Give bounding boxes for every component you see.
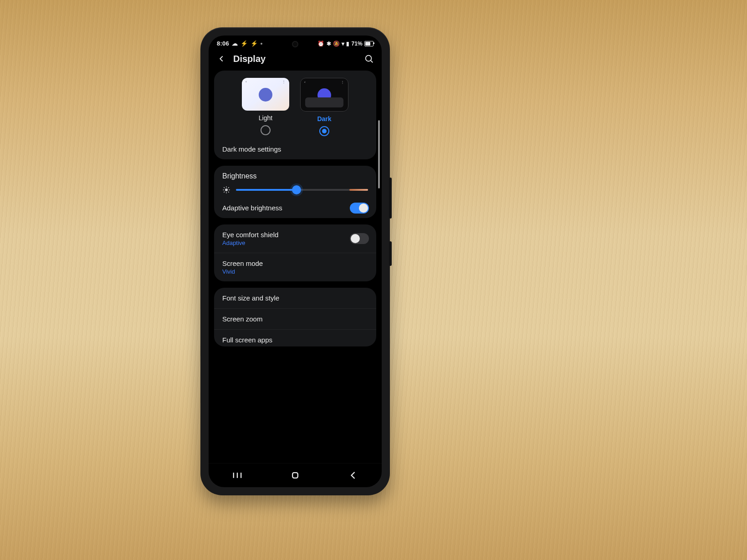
- display-options-card: Eye comfort shield Adaptive Screen mode …: [214, 224, 376, 281]
- wifi-icon: ▾: [342, 41, 344, 46]
- radio-light[interactable]: [261, 125, 271, 135]
- brightness-fill: [236, 189, 297, 191]
- full-screen-apps-label: Full screen apps: [222, 336, 368, 344]
- signal-icon: ▮: [346, 41, 349, 46]
- adaptive-brightness-label: Adaptive brightness: [222, 204, 368, 212]
- back-button[interactable]: [215, 52, 228, 65]
- theme-chooser: ‹⋮ Light ‹⋮ Dark: [214, 71, 376, 139]
- plug-icon-2: ⚡: [251, 40, 258, 47]
- screen-zoom-row[interactable]: Screen zoom: [214, 308, 376, 329]
- theme-option-light[interactable]: ‹⋮ Light: [242, 78, 289, 136]
- svg-point-0: [366, 56, 372, 61]
- dark-mode-settings-row[interactable]: Dark mode settings: [214, 139, 376, 159]
- chevron-left-icon: [216, 54, 226, 64]
- svg-line-1: [371, 61, 373, 62]
- phone-screen: 8:06 ☁ ⚡ ⚡ ⏰ ✱ 🔕 ▾ ▮ 71% Dis: [209, 36, 382, 487]
- android-navbar: [209, 463, 382, 487]
- svg-point-2: [225, 188, 228, 191]
- status-left: 8:06 ☁ ⚡ ⚡: [217, 40, 262, 47]
- mute-icon: 🔕: [333, 41, 340, 46]
- more-notifications-dot: [261, 43, 262, 45]
- screen-zoom-label: Screen zoom: [222, 315, 368, 323]
- brightness-slider-wrap: [222, 186, 368, 194]
- theme-label-light: Light: [259, 114, 272, 122]
- svg-rect-14: [292, 473, 298, 478]
- brightness-warm-zone: [349, 189, 368, 191]
- theme-option-dark[interactable]: ‹⋮ Dark: [300, 78, 348, 136]
- screen-mode-label: Screen mode: [222, 260, 368, 267]
- brightness-knob[interactable]: [292, 185, 301, 194]
- eye-comfort-label: Eye comfort shield: [222, 231, 368, 239]
- eye-comfort-sub: Adaptive: [222, 239, 368, 246]
- screen-mode-sub: Vivid: [222, 268, 368, 275]
- phone-case: 8:06 ☁ ⚡ ⚡ ⏰ ✱ 🔕 ▾ ▮ 71% Dis: [200, 27, 390, 495]
- battery-percentage: 71%: [351, 41, 363, 47]
- recent-apps-icon: [231, 469, 244, 482]
- alarm-icon: ⏰: [317, 41, 324, 46]
- svg-line-7: [224, 187, 225, 188]
- status-time: 8:06: [217, 40, 229, 47]
- adaptive-brightness-row[interactable]: Adaptive brightness: [214, 198, 376, 218]
- recent-apps-button[interactable]: [231, 469, 244, 482]
- brightness-slider[interactable]: [236, 189, 368, 191]
- theme-thumb-light: ‹⋮: [242, 78, 289, 111]
- chevron-left-icon: [347, 469, 359, 482]
- layout-card: Font size and style Screen zoom Full scr…: [214, 288, 376, 346]
- camera-hole: [292, 41, 298, 47]
- brightness-label: Brightness: [222, 172, 368, 180]
- sun-icon: [222, 186, 230, 194]
- search-icon: [364, 54, 374, 64]
- svg-line-10: [228, 187, 229, 188]
- font-size-label: Font size and style: [222, 294, 368, 302]
- theme-label-dark: Dark: [317, 115, 331, 122]
- brightness-row: Brightness: [214, 166, 376, 198]
- home-icon: [289, 469, 302, 482]
- status-right: ⏰ ✱ 🔕 ▾ ▮ 71%: [317, 41, 374, 47]
- radio-dark[interactable]: [319, 126, 329, 136]
- plug-icon: ⚡: [240, 40, 248, 47]
- eye-comfort-row[interactable]: Eye comfort shield Adaptive: [214, 224, 376, 253]
- settings-content: ‹⋮ Light ‹⋮ Dark: [209, 71, 382, 463]
- nav-back-button[interactable]: [347, 469, 359, 482]
- battery-icon: [364, 41, 374, 46]
- screen-header: Display: [209, 48, 382, 71]
- dark-mode-settings-label: Dark mode settings: [222, 145, 368, 153]
- page-title: Display: [233, 54, 357, 64]
- screen-mode-row[interactable]: Screen mode Vivid: [214, 253, 376, 281]
- cog-icon: ✱: [327, 41, 331, 46]
- theme-thumb-dark: ‹⋮: [300, 78, 348, 112]
- svg-line-9: [224, 192, 225, 193]
- theme-card: ‹⋮ Light ‹⋮ Dark: [214, 71, 376, 159]
- full-screen-apps-row[interactable]: Full screen apps: [214, 329, 376, 346]
- home-button[interactable]: [289, 469, 302, 482]
- adaptive-brightness-toggle[interactable]: [350, 203, 369, 214]
- font-size-row[interactable]: Font size and style: [214, 288, 376, 308]
- scroll-indicator[interactable]: [378, 120, 380, 188]
- brightness-card: Brightness Adaptive brightness: [214, 166, 376, 218]
- cloud-icon: ☁: [232, 40, 238, 47]
- eye-comfort-toggle[interactable]: [350, 233, 369, 244]
- search-button[interactable]: [363, 52, 375, 65]
- svg-line-8: [228, 192, 229, 193]
